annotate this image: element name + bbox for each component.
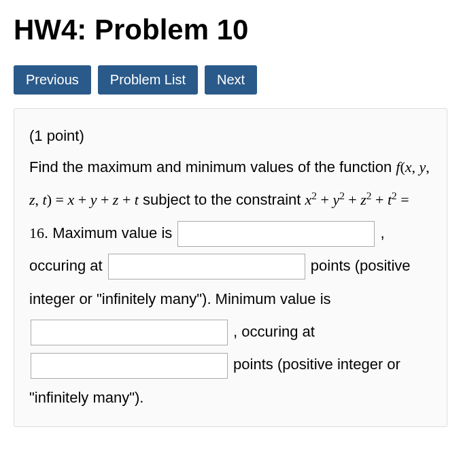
nav-button-row: Previous Problem List Next	[14, 65, 447, 95]
max-points-input[interactable]	[108, 254, 305, 279]
next-button[interactable]: Next	[205, 65, 257, 95]
problem-text-2: subject to the constraint	[139, 191, 305, 208]
problem-text-6: , occuring at	[229, 323, 315, 340]
problem-text-1: Find the maximum and minimum values of t…	[29, 158, 396, 175]
previous-button[interactable]: Previous	[14, 65, 91, 95]
problem-list-button[interactable]: Problem List	[98, 65, 198, 95]
min-points-input[interactable]	[31, 353, 228, 379]
problem-panel: (1 point) Find the maximum and minimum v…	[14, 108, 447, 427]
points-label: (1 point)	[29, 121, 432, 151]
page-title: HW4: Problem 10	[14, 14, 447, 46]
min-value-input[interactable]	[31, 320, 228, 345]
problem-body: Find the maximum and minimum values of t…	[29, 151, 432, 414]
problem-text-3: . Maximum value is	[44, 224, 176, 241]
max-value-input[interactable]	[177, 221, 375, 247]
